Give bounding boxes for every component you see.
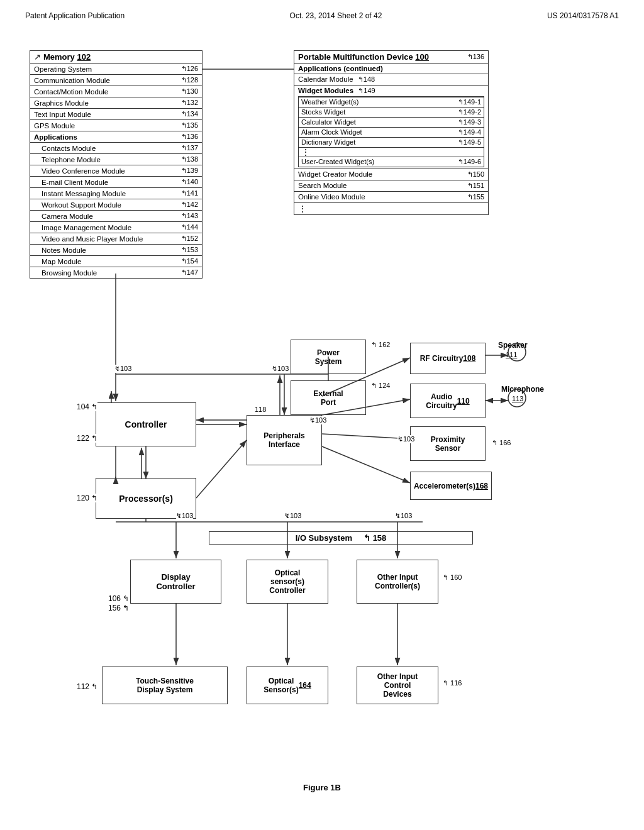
proximity-sensor-box: ProximitySensor [410,426,486,461]
apps-row-continued: Applications (continued) [294,63,488,74]
speaker-label: Speaker [498,341,528,350]
widget-row-stocks: Stocks Widget↰149-2 [299,107,484,117]
figure-caption: Figure 1B [20,783,624,792]
memory-row-workout: Workout Support Module ↰142 [30,199,202,210]
header-left: Patent Application Publication [25,11,125,20]
other-input-ctrl-box: Other InputController(s) [357,560,438,604]
svg-line-34 [196,440,247,498]
apps-row-widgetcreator: Widget Creator Module↰150 [294,169,488,180]
memory-row-contact: Contact/Motion Module ↰130 [30,86,202,97]
ref-104: 104 ↰ [77,402,97,411]
memory-row-map: Map Module ↰154 [30,255,202,267]
ref-106: 106 ↰ [108,594,129,603]
svg-line-13 [322,446,410,483]
optical-sensor-ctrl-box: Opticalsensor(s)Controller [247,560,328,604]
ref-103-bus3: ↯103 [309,416,326,424]
apps-box: Portable Multifunction Device 100 ↰136 A… [294,50,489,215]
memory-row-email: E-mail Client Module ↰140 [30,176,202,187]
ref-122: 122 ↰ [77,434,97,443]
memory-row-video: Video and Music Player Module ↰152 [30,233,202,244]
memory-title: Memory 102 [43,52,91,62]
memory-box: ↗ Memory 102 Operating System ↰126 Commu… [30,50,203,279]
memory-row-textinput: Text Input Module ↰134 [30,108,202,119]
memory-row-contacts: Contacts Module ↰137 [30,142,202,153]
ref-113: 113 [512,395,523,402]
memory-row-telephone: Telephone Module ↰138 [30,153,202,165]
power-system-box: PowerSystem [291,340,366,374]
widget-row-alarm: Alarm Clock Widget↰149-4 [299,127,484,137]
widget-row-calc: Calculator Widget↰149-3 [299,117,484,127]
ref-112: 112 ↰ [77,682,97,691]
rf-circuitry-box: RF Circuitry108 [410,343,486,374]
device-title: Portable Multifunction Device 100 [298,52,429,62]
controller-box: Controller [96,402,196,446]
ref-103-bus5: ↯103 [176,512,193,520]
accelerometer-box: Accelerometer(s)168 [410,472,492,500]
widget-row-user: User-Created Widget(s)↰149-6 [299,157,484,167]
memory-row-videoconf: Video Conference Module ↰139 [30,165,202,176]
memory-row-gps: GPS Module ↰135 [30,119,202,131]
ref-103-bus2: ↯103 [272,365,289,373]
touch-display-box: Touch-SensitiveDisplay System [102,667,228,704]
memory-row-im: Instant Messaging Module ↰141 [30,187,202,199]
widget-row-weather: Weather Widget(s)↰149-1 [299,97,484,107]
optical-sensor-box: OpticalSensor(s)164 [247,667,328,704]
memory-row-comm: Communication Module ↰128 [30,74,202,86]
widget-row-dots: ⋮ [299,147,484,157]
other-input-devices-box: Other InputControlDevices [357,667,438,704]
header-right: US 2014/0317578 A1 [547,11,619,20]
apps-row-onlinevideo: Online Video Module↰155 [294,191,488,202]
ref-116: ↰ 116 [443,679,462,687]
io-subsystem-label: I/O Subsystem ↰ 158 [209,531,473,545]
audio-circuitry-box: AudioCircuitry110 [410,384,486,418]
apps-row-calendar: Calendar Module ↰148 [294,74,488,85]
ref-103-bus4: ↯103 [397,435,414,443]
page-header: Patent Application Publication Oct. 23, … [0,0,644,25]
memory-row-image: Image Management Module ↰144 [30,221,202,233]
ref-160: ↰ 160 [443,573,462,582]
ref-124: ↰ 124 [371,382,390,390]
microphone-label: Microphone [501,385,544,394]
memory-row-apps: Applications ↰136 [30,131,202,142]
ref-120: 120 ↰ [77,494,97,502]
svg-line-12 [322,434,410,439]
header-center: Oct. 23, 2014 Sheet 2 of 42 [290,11,382,20]
widget-row-dict: Dictionary Widget↰149-5 [299,137,484,147]
external-port-box: ExternalPort [291,380,366,415]
ref-103-bus1: ↯103 [114,365,131,373]
apps-row-widgets: Widget Modules ↰149 [294,85,488,96]
memory-row-notes: Notes Module ↰153 [30,244,202,255]
ref-118: 118 [255,406,266,413]
ref-103-bus6: ↯103 [284,512,301,520]
apps-row-search: Search Module↰151 [294,180,488,191]
ref-111: 111 [506,351,517,358]
ref-166: ↰ 166 [492,439,511,447]
diagram-container: ↗ Memory 102 Operating System ↰126 Commu… [20,31,624,799]
memory-row-browsing: Browsing Module ↰147 [30,267,202,278]
apps-row-dots: ⋮ [294,202,488,214]
ref-156: 156 ↰ [108,604,129,612]
display-controller-box: DisplayController [130,560,221,604]
memory-row-camera: Camera Module ↰143 [30,210,202,221]
memory-row-graphics: Graphics Module ↰132 [30,97,202,108]
ref-162: ↰ 162 [371,341,390,349]
ref-103-bus7: ↯103 [395,512,412,520]
widget-subbox: Weather Widget(s)↰149-1 Stocks Widget↰14… [298,96,484,167]
memory-row-os: Operating System ↰126 [30,63,202,74]
